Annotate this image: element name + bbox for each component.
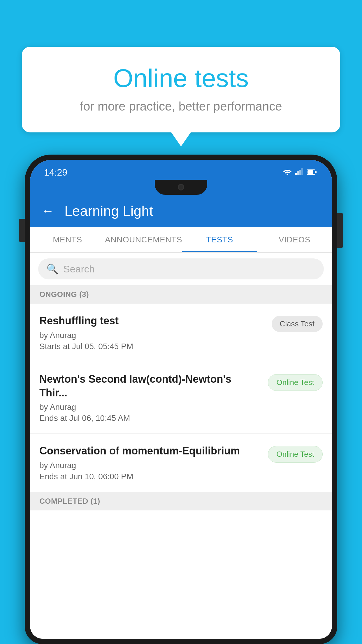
app-header: ← Learning Light <box>30 195 332 227</box>
signal-icon <box>295 168 303 177</box>
tab-videos[interactable]: VIDEOS <box>257 227 332 252</box>
battery-icon <box>307 168 317 177</box>
test-info: Conservation of momentum-Equilibrium by … <box>39 444 261 481</box>
svg-rect-1 <box>295 173 297 175</box>
search-icon: 🔍 <box>46 263 59 275</box>
test-author: by Anurag <box>39 331 265 340</box>
tab-ments[interactable]: MENTS <box>30 227 105 252</box>
test-badge-online: Online Test <box>268 374 323 391</box>
back-button[interactable]: ← <box>42 204 54 218</box>
tabs-container: MENTS ANNOUNCEMENTS TESTS VIDEOS <box>30 227 332 253</box>
phone-container: 14:29 <box>25 155 337 644</box>
status-time: 14:29 <box>44 167 67 178</box>
tab-tests[interactable]: TESTS <box>182 227 257 252</box>
test-info: Reshuffling test by Anurag Starts at Jul… <box>39 314 265 351</box>
status-icons <box>283 168 317 177</box>
tests-list: Reshuffling test by Anurag Starts at Jul… <box>30 304 332 639</box>
test-author: by Anurag <box>39 461 261 470</box>
ongoing-section-label: ONGOING (3) <box>30 285 332 304</box>
app-header-title: Learning Light <box>64 203 153 219</box>
svg-point-0 <box>287 174 288 175</box>
svg-rect-3 <box>299 170 301 175</box>
test-title: Conservation of momentum-Equilibrium <box>39 444 261 458</box>
svg-rect-2 <box>297 171 299 175</box>
wifi-icon <box>283 168 292 177</box>
test-date: Ends at Jun 10, 06:00 PM <box>39 472 261 481</box>
completed-section-label: COMPLETED (1) <box>30 492 332 510</box>
svg-rect-4 <box>301 168 303 175</box>
test-author: by Anurag <box>39 402 261 412</box>
speech-bubble-title: Online tests <box>45 64 317 92</box>
test-info: Newton's Second law(contd)-Newton's Thir… <box>39 372 261 423</box>
svg-rect-6 <box>307 170 313 174</box>
speech-bubble-container: Online tests for more practice, better p… <box>22 47 340 132</box>
test-item[interactable]: Conservation of momentum-Equilibrium by … <box>30 434 332 492</box>
speech-bubble-subtitle: for more practice, better performance <box>45 99 317 113</box>
svg-rect-7 <box>315 171 317 173</box>
phone-notch <box>155 180 207 195</box>
test-date: Starts at Jul 05, 05:45 PM <box>39 342 265 351</box>
test-title: Newton's Second law(contd)-Newton's Thir… <box>39 372 261 400</box>
test-badge-class: Class Test <box>272 316 323 332</box>
search-input-wrap[interactable]: 🔍 Search <box>38 258 324 279</box>
speech-bubble: Online tests for more practice, better p… <box>22 47 340 132</box>
search-container: 🔍 Search <box>30 253 332 285</box>
camera-dot <box>178 184 184 190</box>
test-item[interactable]: Reshuffling test by Anurag Starts at Jul… <box>30 304 332 362</box>
phone-frame: 14:29 <box>25 155 337 644</box>
test-badge-online-2: Online Test <box>268 446 323 463</box>
test-date: Ends at Jul 06, 10:45 AM <box>39 414 261 423</box>
top-bar: 14:29 <box>30 160 332 195</box>
phone-screen: 14:29 <box>30 160 332 639</box>
tab-announcements[interactable]: ANNOUNCEMENTS <box>105 227 182 252</box>
test-title: Reshuffling test <box>39 314 265 328</box>
search-placeholder: Search <box>63 263 95 275</box>
test-item[interactable]: Newton's Second law(contd)-Newton's Thir… <box>30 362 332 434</box>
